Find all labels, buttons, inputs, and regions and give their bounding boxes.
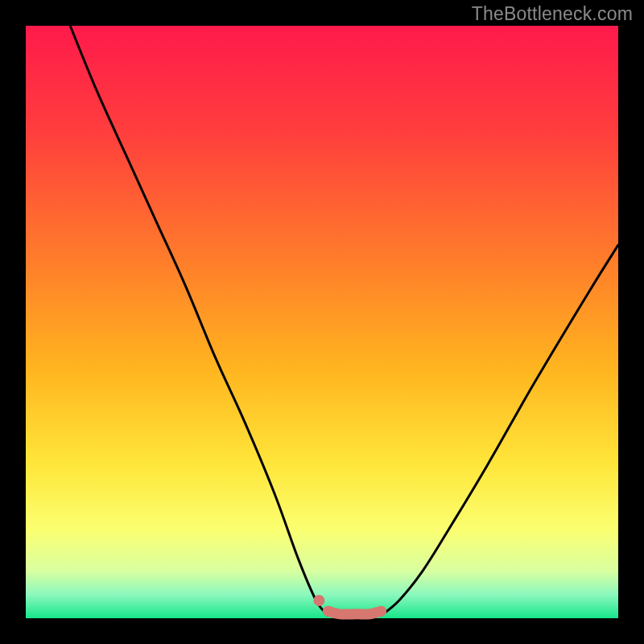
valley-highlight-dot [313,595,324,606]
chart-canvas: TheBottleneck.com [0,0,644,644]
watermark-text: TheBottleneck.com [472,3,633,25]
valley-highlight-stroke [328,611,381,614]
chart-svg [0,0,644,644]
plot-background [26,26,618,618]
